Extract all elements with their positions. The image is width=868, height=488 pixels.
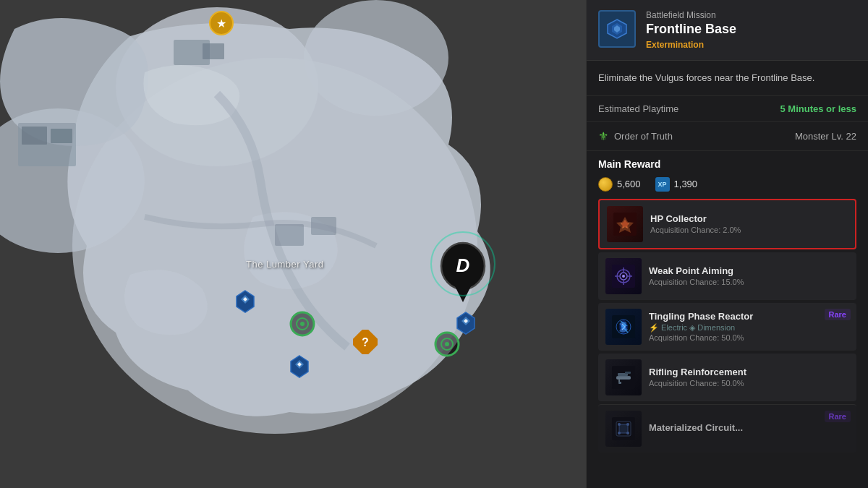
hp-collector-text: HP Collector Acquisition Chance: 2.0% xyxy=(650,213,848,234)
hp-collector-name: HP Collector xyxy=(650,213,848,224)
xp-currency: XP 1,390 xyxy=(655,177,698,192)
svg-rect-7 xyxy=(51,129,72,143)
map-marker-gold: ★ xyxy=(208,10,234,36)
mission-description: Eliminate the Vulgus forces near the Fro… xyxy=(587,61,868,96)
mission-header: Battlefield Mission Frontline Base Exter… xyxy=(587,0,868,61)
monster-level: Monster Lv. 22 xyxy=(795,131,856,142)
phase-reactor-name: Tingling Phase Reactor xyxy=(649,311,849,322)
map-label-lumber-yard: The Lumber Yard xyxy=(246,259,323,270)
reward-item-weak-point[interactable]: Weak Point Aiming Acquisition Chance: 15… xyxy=(598,252,856,300)
playtime-row: Estimated Playtime 5 Minutes or less xyxy=(587,96,868,122)
reward-section-title: Main Reward xyxy=(598,158,856,170)
coin-icon xyxy=(598,177,613,192)
mission-title: Frontline Base xyxy=(646,22,856,37)
svg-text:★: ★ xyxy=(216,17,226,30)
materialized-text: Materialized Circuit... xyxy=(649,422,849,435)
hp-collector-chance: Acquisition Chance: 2.0% xyxy=(650,226,848,234)
mission-type: Extermination xyxy=(646,40,856,50)
svg-point-42 xyxy=(622,275,625,278)
order-label-group: ⚜ Order of Truth xyxy=(598,129,673,143)
reward-item-hp-collector[interactable]: HP Collector Acquisition Chance: 2.0% xyxy=(598,199,856,249)
phase-reactor-text: Tingling Phase Reactor ⚡ Electric ◈ Dime… xyxy=(649,311,849,342)
playtime-label: Estimated Playtime xyxy=(598,103,678,114)
playtime-value: 5 Minutes or less xyxy=(780,103,856,114)
rifling-name: Rifling Reinforcement xyxy=(649,367,849,377)
hp-collector-icon xyxy=(607,206,643,242)
phase-reactor-icon xyxy=(605,309,642,345)
svg-rect-56 xyxy=(618,382,621,384)
map-marker-blue-1 xyxy=(235,289,255,314)
reward-item-materialized[interactable]: Materialized Circuit... Rare xyxy=(598,404,856,453)
map-marker-blue-3 xyxy=(289,354,310,379)
svg-rect-10 xyxy=(275,224,304,246)
gold-amount: 5,600 xyxy=(617,179,641,189)
materialized-icon xyxy=(605,411,642,447)
xp-icon: XP xyxy=(655,177,670,192)
svg-rect-51 xyxy=(616,376,631,380)
xp-amount: 1,390 xyxy=(674,179,698,189)
rifling-chance: Acquisition Chance: 50.0% xyxy=(649,379,849,388)
weak-point-icon xyxy=(605,258,642,294)
svg-rect-9 xyxy=(203,43,224,59)
map-marker-green-2 xyxy=(434,331,460,357)
side-panel: Battlefield Mission Frontline Base Exter… xyxy=(586,0,868,488)
reward-section: Main Reward 5,600 XP 1,390 xyxy=(587,151,868,199)
phase-reactor-rarity: Rare xyxy=(825,309,851,320)
rifling-text: Rifling Reinforcement Acquisition Chance… xyxy=(649,367,849,388)
mission-icon xyxy=(598,10,636,48)
reward-item-rifling[interactable]: Rifling Reinforcement Acquisition Chance… xyxy=(598,354,856,401)
reward-list: HP Collector Acquisition Chance: 2.0% xyxy=(587,199,868,489)
svg-rect-11 xyxy=(311,217,336,235)
materialized-name: Materialized Circuit... xyxy=(649,422,849,433)
svg-text:?: ? xyxy=(362,336,369,348)
gold-currency: 5,600 xyxy=(598,177,641,192)
map-marker-question: ? xyxy=(353,330,378,354)
map-marker-green-1 xyxy=(289,311,315,337)
rifling-icon xyxy=(605,359,642,395)
weak-point-chance: Acquisition Chance: 15.0% xyxy=(649,278,849,286)
order-label: Order of Truth xyxy=(614,131,673,142)
svg-point-28 xyxy=(300,322,305,326)
map-pin[interactable]: D xyxy=(438,239,488,304)
svg-rect-6 xyxy=(22,127,47,145)
reward-item-phase-reactor[interactable]: Tingling Phase Reactor ⚡ Electric ◈ Dime… xyxy=(598,303,856,351)
svg-rect-53 xyxy=(625,372,631,374)
order-row: ⚜ Order of Truth Monster Lv. 22 xyxy=(587,122,868,151)
weak-point-name: Weak Point Aiming xyxy=(649,265,849,276)
mission-title-block: Battlefield Mission Frontline Base Exter… xyxy=(646,10,856,50)
weak-point-text: Weak Point Aiming Acquisition Chance: 15… xyxy=(649,265,849,286)
reward-currency: 5,600 XP 1,390 xyxy=(598,177,856,192)
map-area: The Lumber Yard D xyxy=(0,0,586,488)
phase-reactor-chance: Acquisition Chance: 50.0% xyxy=(649,333,849,342)
svg-rect-59 xyxy=(619,424,628,433)
mission-subtitle: Battlefield Mission xyxy=(646,10,856,20)
order-icon: ⚜ xyxy=(598,129,608,143)
phase-reactor-elements: ⚡ Electric ◈ Dimension xyxy=(649,323,849,333)
svg-point-31 xyxy=(445,342,449,346)
svg-point-38 xyxy=(622,221,628,227)
materialized-rarity: Rare xyxy=(825,411,851,422)
